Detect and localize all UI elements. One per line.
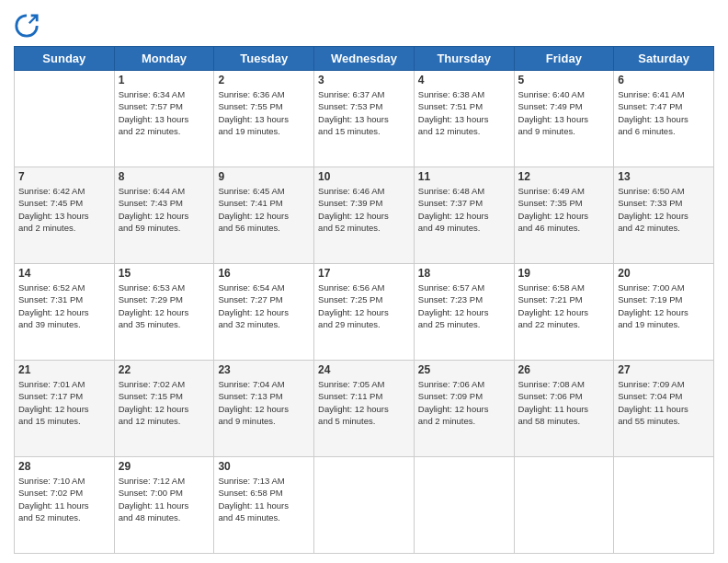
day-number: 6 — [618, 74, 710, 86]
day-info: Sunrise: 6:38 AM Sunset: 7:51 PM Dayligh… — [418, 88, 510, 137]
day-info: Sunrise: 6:52 AM Sunset: 7:31 PM Dayligh… — [18, 282, 110, 330]
calendar-cell: 29Sunrise: 7:12 AM Sunset: 7:00 PM Dayli… — [114, 457, 214, 554]
day-number: 2 — [218, 74, 310, 86]
day-number: 20 — [618, 267, 710, 280]
weekday-header-tuesday: Tuesday — [214, 47, 314, 71]
calendar-cell: 15Sunrise: 6:53 AM Sunset: 7:29 PM Dayli… — [114, 264, 214, 361]
calendar-cell: 23Sunrise: 7:04 AM Sunset: 7:13 PM Dayli… — [214, 361, 314, 457]
weekday-header-row: SundayMondayTuesdayWednesdayThursdayFrid… — [15, 47, 714, 71]
day-number: 14 — [18, 267, 110, 280]
day-number: 30 — [218, 460, 310, 473]
day-info: Sunrise: 7:12 AM Sunset: 7:00 PM Dayligh… — [119, 475, 210, 523]
calendar-cell: 19Sunrise: 6:58 AM Sunset: 7:21 PM Dayli… — [514, 264, 614, 361]
day-number: 18 — [418, 267, 510, 280]
calendar-cell: 12Sunrise: 6:49 AM Sunset: 7:35 PM Dayli… — [514, 167, 614, 264]
day-number: 1 — [119, 74, 210, 86]
day-info: Sunrise: 7:04 AM Sunset: 7:13 PM Dayligh… — [218, 378, 310, 427]
day-number: 28 — [18, 460, 110, 473]
day-info: Sunrise: 7:09 AM Sunset: 7:04 PM Dayligh… — [618, 378, 710, 427]
calendar-cell — [15, 71, 115, 167]
calendar-cell: 17Sunrise: 6:56 AM Sunset: 7:25 PM Dayli… — [314, 264, 415, 361]
day-number: 29 — [119, 460, 210, 473]
calendar-cell: 13Sunrise: 6:50 AM Sunset: 7:33 PM Dayli… — [614, 167, 714, 264]
weekday-header-monday: Monday — [114, 47, 214, 71]
day-info: Sunrise: 6:57 AM Sunset: 7:23 PM Dayligh… — [418, 282, 510, 330]
day-number: 8 — [119, 170, 210, 183]
calendar-cell: 21Sunrise: 7:01 AM Sunset: 7:17 PM Dayli… — [15, 361, 115, 457]
day-info: Sunrise: 6:37 AM Sunset: 7:53 PM Dayligh… — [318, 88, 410, 137]
weekday-header-saturday: Saturday — [614, 47, 714, 71]
day-info: Sunrise: 7:13 AM Sunset: 6:58 PM Dayligh… — [218, 475, 310, 523]
day-info: Sunrise: 6:41 AM Sunset: 7:47 PM Dayligh… — [618, 88, 710, 137]
day-info: Sunrise: 6:58 AM Sunset: 7:21 PM Dayligh… — [518, 282, 610, 330]
calendar-cell: 4Sunrise: 6:38 AM Sunset: 7:51 PM Daylig… — [414, 71, 514, 167]
weekday-header-friday: Friday — [514, 47, 614, 71]
calendar-cell: 11Sunrise: 6:48 AM Sunset: 7:37 PM Dayli… — [414, 167, 514, 264]
logo-icon — [14, 13, 40, 39]
day-info: Sunrise: 7:10 AM Sunset: 7:02 PM Dayligh… — [18, 475, 110, 523]
page: SundayMondayTuesdayWednesdayThursdayFrid… — [0, 0, 728, 563]
calendar-table: SundayMondayTuesdayWednesdayThursdayFrid… — [14, 46, 714, 554]
week-row-1: 1Sunrise: 6:34 AM Sunset: 7:57 PM Daylig… — [15, 71, 714, 167]
calendar-cell — [514, 457, 614, 554]
calendar-cell: 16Sunrise: 6:54 AM Sunset: 7:27 PM Dayli… — [214, 264, 314, 361]
calendar-cell: 9Sunrise: 6:45 AM Sunset: 7:41 PM Daylig… — [214, 167, 314, 264]
calendar-header: SundayMondayTuesdayWednesdayThursdayFrid… — [15, 47, 714, 71]
week-row-2: 7Sunrise: 6:42 AM Sunset: 7:45 PM Daylig… — [15, 167, 714, 264]
day-info: Sunrise: 6:36 AM Sunset: 7:55 PM Dayligh… — [218, 88, 310, 137]
day-number: 16 — [218, 267, 310, 280]
day-number: 7 — [18, 170, 110, 183]
day-number: 5 — [518, 74, 610, 86]
day-number: 11 — [418, 170, 510, 183]
calendar-cell: 30Sunrise: 7:13 AM Sunset: 6:58 PM Dayli… — [214, 457, 314, 554]
day-number: 3 — [318, 74, 410, 86]
day-number: 26 — [518, 363, 610, 376]
calendar-cell: 6Sunrise: 6:41 AM Sunset: 7:47 PM Daylig… — [614, 71, 714, 167]
calendar-cell: 7Sunrise: 6:42 AM Sunset: 7:45 PM Daylig… — [15, 167, 115, 264]
day-number: 27 — [618, 363, 710, 376]
day-info: Sunrise: 6:53 AM Sunset: 7:29 PM Dayligh… — [119, 282, 210, 330]
calendar-cell: 26Sunrise: 7:08 AM Sunset: 7:06 PM Dayli… — [514, 361, 614, 457]
day-info: Sunrise: 7:02 AM Sunset: 7:15 PM Dayligh… — [119, 378, 210, 427]
calendar-cell: 10Sunrise: 6:46 AM Sunset: 7:39 PM Dayli… — [314, 167, 415, 264]
day-number: 21 — [18, 363, 110, 376]
day-number: 12 — [518, 170, 610, 183]
calendar-cell — [314, 457, 415, 554]
weekday-header-thursday: Thursday — [414, 47, 514, 71]
day-info: Sunrise: 7:05 AM Sunset: 7:11 PM Dayligh… — [318, 378, 410, 427]
calendar-cell: 22Sunrise: 7:02 AM Sunset: 7:15 PM Dayli… — [114, 361, 214, 457]
day-info: Sunrise: 6:44 AM Sunset: 7:43 PM Dayligh… — [119, 185, 210, 234]
day-info: Sunrise: 6:34 AM Sunset: 7:57 PM Dayligh… — [119, 88, 210, 137]
logo — [14, 13, 43, 39]
weekday-header-sunday: Sunday — [15, 47, 115, 71]
day-number: 24 — [318, 363, 410, 376]
calendar-cell — [414, 457, 514, 554]
calendar-cell: 24Sunrise: 7:05 AM Sunset: 7:11 PM Dayli… — [314, 361, 415, 457]
week-row-5: 28Sunrise: 7:10 AM Sunset: 7:02 PM Dayli… — [15, 457, 714, 554]
calendar-cell: 2Sunrise: 6:36 AM Sunset: 7:55 PM Daylig… — [214, 71, 314, 167]
day-info: Sunrise: 6:45 AM Sunset: 7:41 PM Dayligh… — [218, 185, 310, 234]
calendar-cell: 8Sunrise: 6:44 AM Sunset: 7:43 PM Daylig… — [114, 167, 214, 264]
day-number: 15 — [119, 267, 210, 280]
calendar-cell: 18Sunrise: 6:57 AM Sunset: 7:23 PM Dayli… — [414, 264, 514, 361]
calendar-cell: 25Sunrise: 7:06 AM Sunset: 7:09 PM Dayli… — [414, 361, 514, 457]
day-number: 4 — [418, 74, 510, 86]
day-number: 10 — [318, 170, 410, 183]
day-number: 9 — [218, 170, 310, 183]
day-info: Sunrise: 7:08 AM Sunset: 7:06 PM Dayligh… — [518, 378, 610, 427]
calendar-cell: 28Sunrise: 7:10 AM Sunset: 7:02 PM Dayli… — [15, 457, 115, 554]
header — [14, 9, 714, 39]
week-row-4: 21Sunrise: 7:01 AM Sunset: 7:17 PM Dayli… — [15, 361, 714, 457]
day-number: 25 — [418, 363, 510, 376]
day-info: Sunrise: 6:42 AM Sunset: 7:45 PM Dayligh… — [18, 185, 110, 234]
day-number: 23 — [218, 363, 310, 376]
calendar-cell — [614, 457, 714, 554]
day-info: Sunrise: 6:48 AM Sunset: 7:37 PM Dayligh… — [418, 185, 510, 234]
day-info: Sunrise: 6:56 AM Sunset: 7:25 PM Dayligh… — [318, 282, 410, 330]
day-info: Sunrise: 6:54 AM Sunset: 7:27 PM Dayligh… — [218, 282, 310, 330]
day-info: Sunrise: 6:40 AM Sunset: 7:49 PM Dayligh… — [518, 88, 610, 137]
calendar-cell: 5Sunrise: 6:40 AM Sunset: 7:49 PM Daylig… — [514, 71, 614, 167]
calendar-cell: 1Sunrise: 6:34 AM Sunset: 7:57 PM Daylig… — [114, 71, 214, 167]
day-info: Sunrise: 6:46 AM Sunset: 7:39 PM Dayligh… — [318, 185, 410, 234]
day-info: Sunrise: 6:50 AM Sunset: 7:33 PM Dayligh… — [618, 185, 710, 234]
